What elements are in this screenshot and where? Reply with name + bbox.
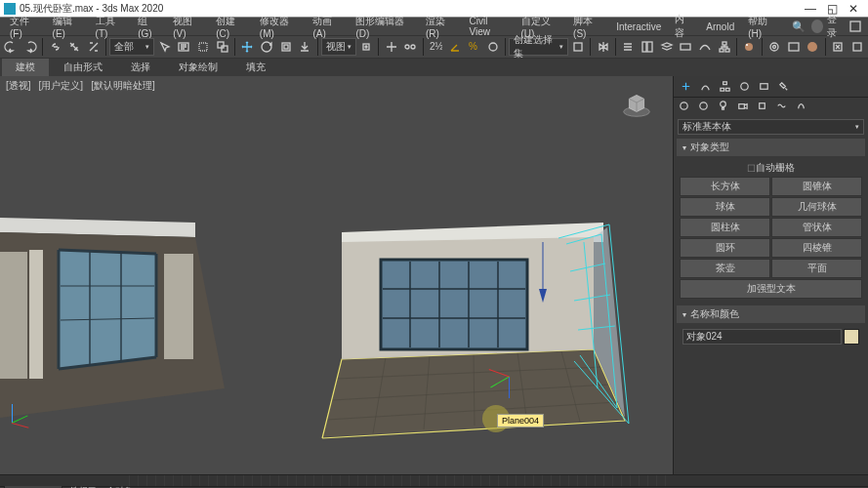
workspace-button[interactable] [847,17,864,36]
torus-button[interactable]: 圆环 [680,238,770,258]
toggle-layer-explorer-button[interactable] [657,37,676,57]
menu-help[interactable]: 帮助(H) [742,14,784,40]
x-button[interactable] [829,37,847,57]
percent-snap-button[interactable]: % [465,37,483,57]
select-place-button[interactable] [296,37,314,57]
menu-animation[interactable]: 动画(A) [307,14,348,40]
svg-rect-76 [760,84,766,90]
schematic-view-button[interactable] [715,37,733,57]
object-name-input[interactable] [682,329,842,345]
select-manipulate-button[interactable] [382,37,400,57]
ribbon-tab-freeform[interactable]: 自由形式 [50,59,116,76]
category-dropdown[interactable]: 标准基本体▾ [678,119,864,135]
viewport[interactable]: [透视][用户定义][默认明暗处理] [0,76,673,474]
svg-rect-21 [725,49,729,52]
menu-file[interactable]: 文件(F) [4,14,45,40]
rect-select-button[interactable] [194,37,213,57]
render-setup-button[interactable] [765,37,784,57]
spacewarps-subtab[interactable] [775,100,791,115]
svg-point-5 [262,42,271,52]
snaps-toggle-button[interactable]: 2½ [427,37,445,57]
render-production-button[interactable] [804,37,822,57]
angle-snap-button[interactable] [445,37,464,57]
tube-button[interactable]: 管状体 [771,218,862,237]
menu-edit[interactable]: 编辑(E) [47,14,88,40]
motion-tab[interactable] [736,79,752,95]
create-tab[interactable] [678,79,693,95]
ribbon-tab-modeling[interactable]: 建模 [2,59,49,76]
selection-filter-dropdown[interactable]: 全部▾ [109,38,154,56]
helpers-subtab[interactable] [756,100,771,115]
hierarchy-tab[interactable] [717,79,732,95]
menu-arnold[interactable]: Arnold [700,20,740,33]
svg-point-23 [746,44,748,46]
rollout-object-type[interactable]: 对象类型 [677,139,865,156]
rollout-name-color[interactable]: 名称和颜色 [677,305,865,323]
select-by-name-button[interactable] [175,37,193,57]
window-close[interactable]: ✕ [843,1,864,17]
systems-subtab[interactable] [795,100,810,115]
autogrid-checkbox[interactable]: ☐ 自动栅格 [680,159,862,177]
select-object-button[interactable] [155,37,174,57]
svg-rect-17 [647,42,652,52]
menu-tools[interactable]: 工具(T) [90,14,131,40]
edit-named-sel-button[interactable] [569,37,588,57]
menu-civilview[interactable]: Civil View [464,15,514,38]
time-slider[interactable] [0,474,868,486]
lights-subtab[interactable] [717,100,732,115]
textplus-button[interactable]: 加强型文本 [680,279,862,299]
modify-tab[interactable] [697,79,713,95]
plane-button[interactable]: 平面 [771,259,862,278]
menu-scripting[interactable]: 脚本(S) [567,14,608,40]
cone-button[interactable]: 圆锥体 [771,177,862,196]
toggle-ribbon-button[interactable] [677,37,695,57]
keyboard-shortcut-button[interactable] [401,37,420,57]
rect-tool-button[interactable] [847,37,866,57]
spinner-snap-button[interactable] [484,37,503,57]
named-selection-dropdown[interactable]: 创建选择集▾ [509,38,567,56]
select-rotate-button[interactable] [258,37,276,57]
toggle-scene-explorer-button[interactable] [639,37,657,57]
search-icon[interactable]: 🔍 [788,20,809,33]
material-editor-button[interactable] [740,37,759,57]
cameras-subtab[interactable] [736,100,752,115]
align-button[interactable] [619,37,638,57]
ribbon-tab-objectpaint[interactable]: 对象绘制 [165,59,231,76]
window-crossing-button[interactable] [213,37,231,57]
user-signin[interactable]: 登录 [811,13,845,40]
box-button[interactable]: 长方体 [680,177,770,196]
menu-group[interactable]: 组(G) [132,14,165,40]
mirror-button[interactable] [594,37,612,57]
cylinder-button[interactable]: 圆柱体 [680,218,770,237]
refcoord-dropdown[interactable]: 视图▾ [321,38,356,56]
curve-editor-button[interactable] [696,37,715,57]
ribbon-tab-selection[interactable]: 选择 [117,59,164,76]
select-move-button[interactable] [238,37,257,57]
utilities-tab[interactable] [775,79,791,95]
menu-interactive[interactable]: Interactive [610,20,667,33]
bind-button[interactable] [85,37,103,57]
link-button[interactable] [46,37,64,57]
ribbon-tab-populate[interactable]: 填充 [232,59,279,76]
pyramid-button[interactable]: 四棱锥 [771,238,862,258]
display-tab[interactable] [756,79,771,95]
menu-grapheditors[interactable]: 图形编辑器(D) [350,14,418,40]
teapot-button[interactable]: 茶壶 [680,259,770,278]
geosphere-button[interactable]: 几何球体 [771,197,862,217]
unlink-button[interactable] [65,37,84,57]
move-gizmo[interactable] [491,359,526,394]
menu-modifiers[interactable]: 修改器(M) [254,14,306,40]
menu-views[interactable]: 视图(V) [167,14,208,40]
sphere-button[interactable]: 球体 [680,197,770,217]
menu-rendering[interactable]: 渲染(R) [420,14,462,40]
rendered-frame-button[interactable] [784,37,803,57]
object-color-swatch[interactable] [844,329,859,345]
shapes-subtab[interactable] [697,100,713,115]
redo-button[interactable] [21,37,40,57]
svg-point-79 [721,102,726,107]
use-center-button[interactable] [357,37,376,57]
menu-create[interactable]: 创建(C) [210,14,252,40]
geometry-subtab[interactable] [678,100,693,115]
undo-button[interactable] [2,37,21,57]
select-scale-button[interactable] [276,37,295,57]
